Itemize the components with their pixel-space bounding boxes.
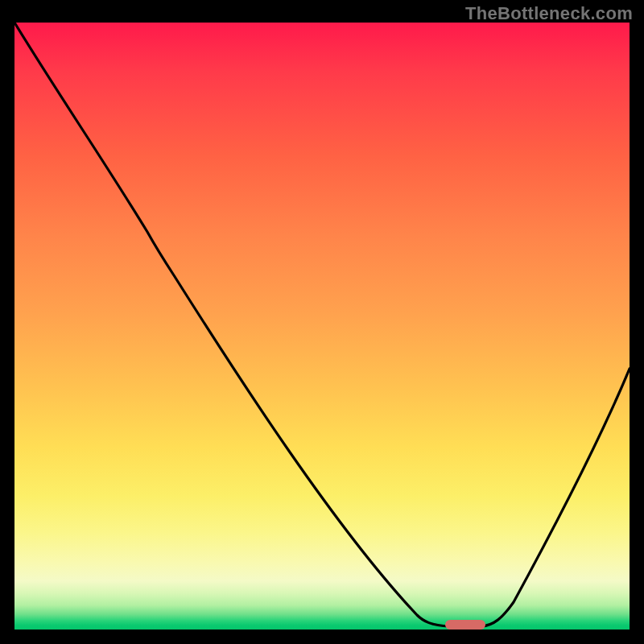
optimum-marker <box>445 620 485 630</box>
plot-area <box>14 23 630 630</box>
bottleneck-curve <box>14 23 630 630</box>
curve-path <box>14 23 630 626</box>
watermark-text: TheBottleneck.com <box>465 3 633 24</box>
chart-frame: TheBottleneck.com <box>0 0 644 644</box>
